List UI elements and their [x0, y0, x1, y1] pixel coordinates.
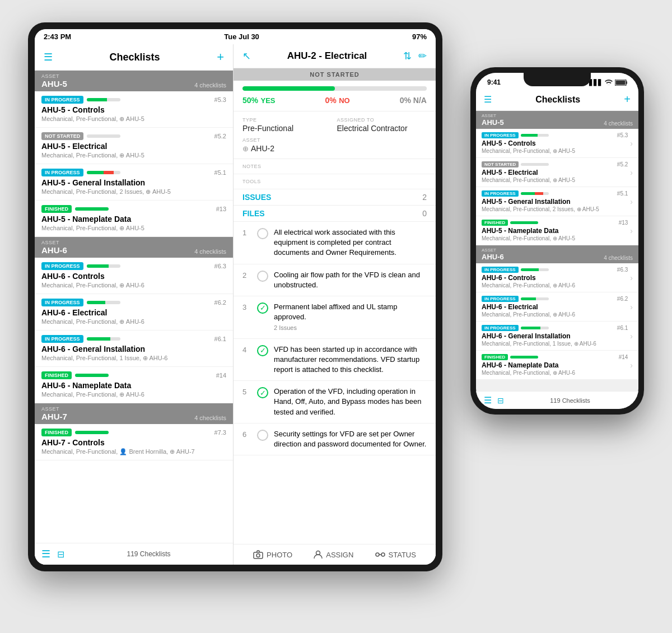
row-number: 5 — [242, 387, 251, 396]
files-section-header[interactable]: FILES 0 — [234, 206, 436, 222]
list-item[interactable]: FINISHED #14 AHU-6 - Nameplate Data Mech… — [476, 351, 638, 380]
phone-wifi-icon — [605, 80, 613, 85]
checklist-scroll[interactable]: ASSET AHU-5 4 checklists IN PROGRESS #5.… — [35, 71, 233, 543]
phone-add-button[interactable]: + — [624, 93, 631, 106]
back-icon[interactable]: ↖ — [242, 50, 251, 62]
asset-group-header: ASSET AHU-5 4 checklists — [35, 71, 233, 91]
checklist-row[interactable]: 3 ✓ Permanent label affixed and UL stamp… — [234, 296, 436, 339]
row-text: Permanent label affixed and UL stamp app… — [274, 302, 427, 333]
list-item[interactable]: NOT STARTED #5.2 AHU-5 - Electrical Mech… — [35, 128, 233, 164]
phone-scroll[interactable]: ASSET AHU-5 4 checklists IN PROGRESS — [476, 111, 638, 391]
check-circle: ✓ — [257, 345, 268, 356]
phone-outline-icon[interactable]: ⊟ — [497, 396, 504, 405]
status-label: STATUS — [389, 551, 416, 559]
assigned-label: ASSIGNED TO — [337, 117, 427, 123]
asset-group-header: ASSET AHU-6 4 checklists — [35, 237, 233, 258]
list-item[interactable]: IN PROGRESS #6.1 AHU-6 - General Install… — [476, 322, 638, 351]
list-item[interactable]: IN PROGRESS #5.1 AHU-5 - General Install… — [35, 164, 233, 201]
phone-title: Checklists — [535, 95, 580, 105]
sort-icon[interactable]: ⇅ — [403, 50, 412, 62]
list-item[interactable]: IN PROGRESS #5.3 AHU-5 - Controls Mechan… — [35, 91, 233, 128]
list-item[interactable]: IN PROGRESS #6.3 AHU-6 - Controls Mechan… — [476, 263, 638, 292]
status-button[interactable]: STATUS — [375, 550, 416, 559]
left-footer: ☰ ⊟ 119 Checklists — [35, 543, 233, 565]
assign-label: ASSIGN — [326, 551, 353, 559]
issue-tag: 2 Issues — [274, 324, 427, 332]
list-item[interactable]: IN PROGRESS #5.3 AHU-5 - Controls Mechan… — [476, 129, 638, 158]
list-item[interactable]: IN PROGRESS #5.1 AHU-5 - General Install… — [476, 187, 638, 216]
list-item[interactable]: FINISHED #7.3 AHU-7 - Controls Mechanica… — [35, 424, 233, 460]
asset-group-header: ASSET AHU-6 4 checklists — [476, 245, 638, 263]
row-number: 3 — [242, 302, 251, 311]
outline-icon[interactable]: ⊟ — [57, 549, 64, 560]
hamburger-icon[interactable]: ☰ — [44, 51, 53, 63]
checklist-row[interactable]: 5 ✓ Operation of the VFD, including oper… — [234, 381, 436, 423]
phone-notch — [524, 73, 591, 86]
row-text: Operation of the VFD, including operatio… — [274, 387, 427, 417]
tablet-time: 2:43 PM — [44, 32, 71, 41]
progress-fill — [242, 86, 335, 91]
svg-rect-7 — [626, 81, 627, 84]
photo-label: PHOTO — [267, 551, 292, 559]
row-text: VFD has been started up in accordance wi… — [274, 345, 427, 375]
row-text: Security settings for VFD are set per Ow… — [274, 429, 427, 449]
tablet-battery: 97% — [412, 32, 427, 41]
issues-label: ISSUES — [242, 193, 271, 202]
no-pct: 0% — [325, 96, 337, 105]
photo-button[interactable]: PHOTO — [253, 550, 292, 559]
yes-label: YES — [260, 96, 275, 105]
phone-list-icon[interactable]: ☰ — [484, 395, 492, 406]
detail-scroll[interactable]: 1 All electrical work associated with th… — [234, 222, 436, 544]
list-icon[interactable]: ☰ — [41, 548, 50, 560]
checklist-row[interactable]: 2 Cooling air flow path for the VFD is c… — [234, 264, 436, 296]
assigned-block: ASSIGNED TO Electrical Contractor — [337, 117, 427, 133]
check-circle — [257, 430, 268, 441]
edit-icon[interactable]: ✏ — [418, 50, 427, 62]
list-item[interactable]: NOT STARTED #5.2 AHU-5 - Electrical Mech… — [476, 158, 638, 187]
tablet-status-bar: 2:43 PM Tue Jul 30 97% — [35, 29, 436, 44]
list-item[interactable]: IN PROGRESS #6.1 AHU-6 - General Install… — [35, 331, 233, 367]
camera-icon — [253, 550, 263, 559]
progress-bar — [242, 86, 427, 91]
tablet-device: 2:43 PM Tue Jul 30 97% ☰ Checklists + AS… — [28, 22, 442, 571]
phone-checklist-count: 119 Checklists — [510, 397, 631, 404]
left-panel-title: Checklists — [110, 52, 160, 63]
detail-info: TYPE Pre-Functional ASSIGNED TO Electric… — [234, 111, 436, 159]
list-item[interactable]: IN PROGRESS #6.2 AHU-6 - Electrical Mech… — [35, 294, 233, 331]
type-value: Pre-Functional — [242, 124, 333, 133]
row-number: 4 — [242, 345, 251, 354]
list-item[interactable]: IN PROGRESS #6.2 AHU-6 - Electrical Mech… — [476, 292, 638, 322]
phone-device: 9:41 ▋▋▋ ☰ Checklists + ASSET AHU-5 4 ch… — [470, 67, 644, 415]
status-banner: NOT STARTED — [234, 68, 436, 81]
no-label: NO — [339, 96, 350, 105]
checklist-count: 119 Checklists — [71, 550, 226, 558]
checklist-row[interactable]: 6 Security settings for VFD are set per … — [234, 423, 436, 455]
phone-time: 9:41 — [487, 78, 501, 86]
phone-footer: ☰ ⊟ 119 Checklists — [476, 391, 638, 409]
add-button[interactable]: + — [217, 50, 224, 64]
svg-point-4 — [381, 553, 385, 556]
asset-group-header: ASSET AHU-7 4 checklists — [35, 403, 233, 424]
list-item[interactable]: FINISHED #14 AHU-6 - Nameplate Data Mech… — [35, 367, 233, 403]
detail-title: AHU-2 - Electrical — [251, 50, 403, 62]
asset-value-row: ⊕ AHU-2 — [242, 144, 333, 153]
phone-hamburger-icon[interactable]: ☰ — [484, 94, 492, 105]
phone-status-icons: ▋▋▋ — [589, 80, 627, 86]
issues-count: 2 — [422, 193, 427, 202]
check-circle — [257, 228, 268, 239]
issues-section-header[interactable]: ISSUES 2 — [234, 189, 436, 206]
row-number: 6 — [242, 429, 251, 439]
files-label: FILES — [242, 209, 265, 218]
checklist-row[interactable]: 1 All electrical work associated with th… — [234, 222, 436, 264]
assign-button[interactable]: ASSIGN — [314, 550, 353, 559]
checklist-row[interactable]: 4 ✓ VFD has been started up in accordanc… — [234, 339, 436, 381]
check-circle: ✓ — [257, 387, 268, 398]
row-text: Cooling air flow path for the VFD is cle… — [274, 270, 427, 290]
tablet-date: Tue Jul 30 — [224, 32, 259, 41]
list-item[interactable]: IN PROGRESS #6.3 AHU-6 - Controls Mechan… — [35, 258, 233, 294]
list-item[interactable]: FINISHED #13 AHU-5 - Nameplate Data Mech… — [35, 201, 233, 237]
list-item[interactable]: FINISHED #13 AHU-5 - Nameplate Data Mech… — [476, 216, 638, 245]
asset-block: ASSET ⊕ AHU-2 — [242, 137, 333, 153]
asset-group-header: ASSET AHU-5 4 checklists — [476, 111, 638, 129]
phone-battery-icon — [615, 80, 627, 86]
